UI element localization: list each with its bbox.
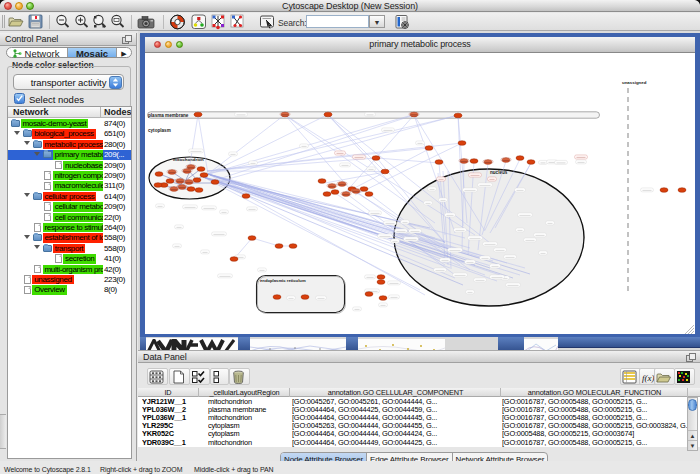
svg-text:nucleus: nucleus bbox=[490, 170, 508, 175]
svg-text:cytoplasm: cytoplasm bbox=[148, 128, 171, 133]
svg-text:endoplasmic reticulum: endoplasmic reticulum bbox=[260, 278, 306, 283]
svg-text:unassigned: unassigned bbox=[622, 80, 647, 85]
svg-text:f(x): f(x) bbox=[642, 373, 655, 383]
svg-text:mitochondrion: mitochondrion bbox=[173, 157, 204, 162]
svg-text:plasma membrane: plasma membrane bbox=[148, 113, 189, 118]
